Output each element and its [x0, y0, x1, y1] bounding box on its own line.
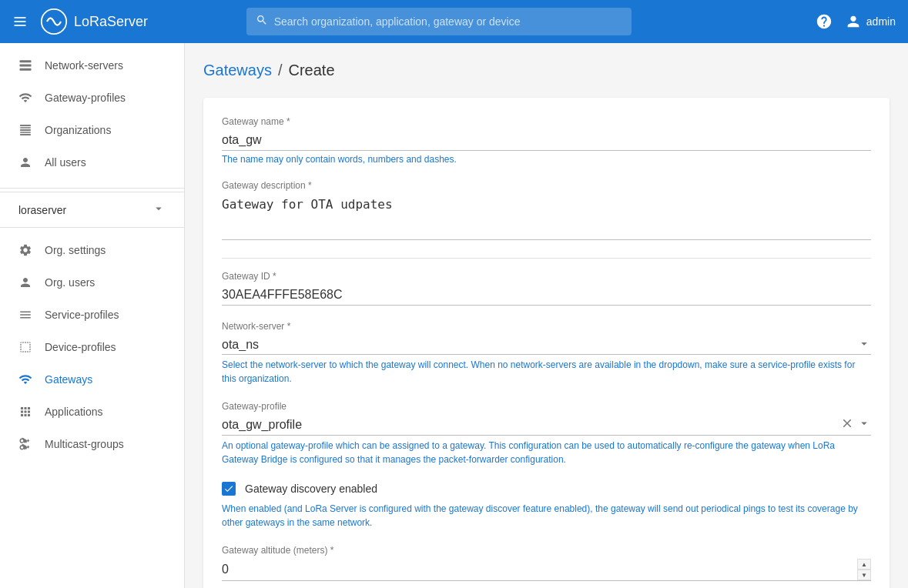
- gateway-profile-group: Gateway-profile An optional gateway-prof…: [222, 401, 871, 466]
- sidebar-label-org-settings: Org. settings: [45, 244, 106, 256]
- applications-icon: [18, 405, 32, 419]
- gateway-profile-label: Gateway-profile: [222, 401, 871, 412]
- sidebar-label-organizations: Organizations: [45, 124, 111, 136]
- network-server-select[interactable]: ota_ns: [222, 335, 871, 355]
- svg-rect-9: [20, 129, 31, 131]
- network-servers-icon: [18, 58, 32, 72]
- gateway-discovery-row: Gateway discovery enabled: [222, 482, 871, 496]
- gateway-profile-actions: [840, 416, 871, 433]
- altitude-spinner-down[interactable]: ▼: [857, 570, 871, 580]
- gateway-description-label: Gateway description *: [222, 180, 871, 191]
- all-users-icon: [18, 155, 32, 169]
- organizations-icon: [18, 123, 32, 137]
- sidebar-item-device-profiles[interactable]: Device-profiles: [0, 331, 184, 363]
- org-settings-icon: [18, 243, 32, 257]
- user-menu[interactable]: admin: [845, 13, 896, 30]
- altitude-spinner-up[interactable]: ▲: [857, 559, 871, 570]
- sidebar-item-multicast-groups[interactable]: Multicast-groups: [0, 428, 184, 460]
- gateway-altitude-input[interactable]: [222, 560, 857, 580]
- sidebar-label-device-profiles: Device-profiles: [45, 341, 116, 353]
- gateway-name-group: Gateway name * The name may only contain…: [222, 116, 871, 165]
- device-profiles-icon: [18, 340, 32, 354]
- org-selector-arrow-icon: [152, 202, 166, 218]
- sidebar-label-multicast-groups: Multicast-groups: [45, 438, 124, 450]
- breadcrumb-separator: /: [278, 62, 283, 79]
- main-content: Gateways / Create Gateway name * The nam…: [185, 43, 908, 588]
- multicast-groups-icon: [18, 437, 32, 451]
- svg-rect-4: [20, 60, 32, 62]
- gateway-name-helper: The name may only contain words, numbers…: [222, 154, 871, 165]
- sidebar-label-org-users: Org. users: [45, 276, 95, 289]
- help-button[interactable]: [816, 13, 833, 30]
- sidebar-item-gateways[interactable]: Gateways: [0, 363, 184, 396]
- sidebar-label-all-users: All users: [45, 156, 86, 169]
- menu-icon[interactable]: [12, 14, 28, 29]
- sidebar-label-network-servers: Network-servers: [45, 59, 123, 72]
- sidebar-item-organizations[interactable]: Organizations: [0, 114, 184, 146]
- gateway-altitude-label: Gateway altitude (meters) *: [222, 545, 871, 556]
- gateway-profiles-icon: [18, 91, 32, 105]
- altitude-spinner: ▲ ▼: [857, 559, 871, 580]
- gateway-description-input[interactable]: [222, 194, 871, 240]
- gateway-profile-clear-icon[interactable]: [840, 416, 854, 433]
- gateway-discovery-label: Gateway discovery enabled: [245, 483, 377, 495]
- sidebar-label-service-profiles: Service-profiles: [45, 309, 119, 321]
- gateway-altitude-group: Gateway altitude (meters) * ▲ ▼ When the…: [222, 545, 871, 588]
- gateway-profile-input-wrapper: [222, 415, 871, 436]
- gateway-profile-dropdown-icon[interactable]: [857, 416, 871, 433]
- breadcrumb-gateways-link[interactable]: Gateways: [203, 62, 272, 79]
- gateway-altitude-wrapper: ▲ ▼: [222, 559, 871, 581]
- sidebar-divider-1: [0, 188, 184, 189]
- sidebar-label-applications: Applications: [45, 406, 103, 418]
- sidebar-item-org-users[interactable]: Org. users: [0, 266, 184, 299]
- app-logo: LoRaServer: [40, 8, 148, 35]
- network-server-label: Network-server *: [222, 321, 871, 332]
- sidebar-item-service-profiles[interactable]: Service-profiles: [0, 299, 184, 331]
- sidebar-item-network-servers[interactable]: Network-servers: [0, 49, 184, 82]
- svg-rect-0: [15, 17, 26, 18]
- svg-rect-5: [20, 65, 32, 67]
- sidebar-label-gateway-profiles: Gateway-profiles: [45, 92, 126, 104]
- sidebar-item-org-settings[interactable]: Org. settings: [0, 234, 184, 266]
- sidebar-item-applications[interactable]: Applications: [0, 396, 184, 428]
- svg-rect-2: [15, 25, 26, 26]
- sidebar-global-section: Network-servers Gateway-profiles Organiz…: [0, 43, 184, 185]
- svg-rect-1: [15, 21, 26, 22]
- org-selector[interactable]: loraserver: [0, 192, 184, 228]
- network-server-helper: Select the network-server to which the g…: [222, 358, 871, 386]
- username-label: admin: [866, 15, 896, 28]
- gateway-discovery-helper: When enabled (and LoRa Server is configu…: [222, 502, 871, 530]
- network-server-select-wrapper: ota_ns: [222, 335, 871, 355]
- sidebar-label-gateways: Gateways: [45, 373, 92, 386]
- svg-rect-8: [20, 127, 31, 129]
- svg-rect-6: [20, 68, 32, 71]
- form-card: Gateway name * The name may only contain…: [203, 98, 890, 588]
- service-profiles-icon: [18, 308, 32, 322]
- org-users-icon: [18, 276, 32, 289]
- search-icon: [256, 14, 268, 29]
- gateway-name-input[interactable]: [222, 130, 871, 151]
- gateway-name-label: Gateway name *: [222, 116, 871, 127]
- svg-rect-10: [20, 132, 31, 133]
- gateway-profile-input[interactable]: [222, 415, 840, 435]
- app-title: LoRaServer: [74, 14, 148, 30]
- gateway-discovery-checkbox[interactable]: [222, 482, 236, 496]
- gateway-discovery-group: Gateway discovery enabled When enabled (…: [222, 482, 871, 530]
- gateway-profile-helper: An optional gateway-profile which can be…: [222, 439, 871, 466]
- sidebar-item-all-users[interactable]: All users: [0, 146, 184, 179]
- gateway-id-label: Gateway ID *: [222, 271, 871, 282]
- form-divider-1: [222, 258, 871, 259]
- org-selector-label: loraserver: [18, 204, 66, 216]
- network-server-group: Network-server * ota_ns Select the netwo…: [222, 321, 871, 386]
- gateway-description-group: Gateway description *: [222, 180, 871, 242]
- gateway-id-input[interactable]: [222, 285, 871, 306]
- gateway-id-group: Gateway ID *: [222, 271, 871, 306]
- search-input[interactable]: [274, 15, 622, 28]
- sidebar-item-gateway-profiles[interactable]: Gateway-profiles: [0, 82, 184, 114]
- svg-rect-7: [20, 125, 31, 126]
- svg-rect-11: [20, 134, 31, 135]
- search-bar[interactable]: [246, 8, 632, 35]
- topbar: LoRaServer admin: [0, 0, 908, 43]
- breadcrumb-current: Create: [289, 62, 335, 79]
- topbar-right: admin: [816, 13, 896, 30]
